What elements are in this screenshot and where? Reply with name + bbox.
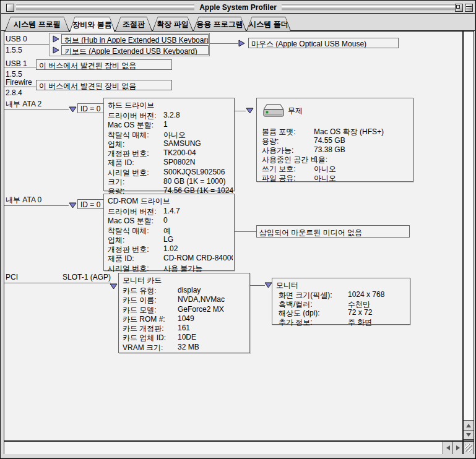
scroll-right-button[interactable] (452, 442, 462, 454)
info-row: Mac OS 분할:1 (108, 120, 233, 129)
monitor-card-panel: 모니터 카드 카드 유형:display 카드 이름:NVDA,NVMac 카드… (118, 273, 250, 353)
ata2-id-box: ID = 0 (77, 103, 105, 113)
info-row: 사용가능:73.38 GB (262, 145, 412, 155)
tab-applications[interactable]: 응용 프로그램 (193, 17, 246, 31)
info-row: 화면 크기(픽셀):1024 x 768 (279, 290, 409, 299)
bus-label-ata2: 내부 ATA 2 (6, 99, 41, 109)
arrow-up-icon (466, 424, 471, 427)
info-row: VRAM 크기:32 MB (123, 343, 248, 352)
panel-title: 모니터 카드 (123, 275, 162, 286)
info-row: 제품 ID:SP0802N (108, 158, 233, 167)
bus-version-firewire: 2.8.4 (6, 88, 22, 97)
window-title: Apple System Profiler (194, 3, 282, 12)
connector-line (210, 43, 238, 44)
info-row: 드라이버 버전:1.4.7 (108, 207, 233, 216)
horizontal-scrollbar[interactable] (4, 441, 463, 455)
firewire-empty-box: 이 버스에서 발견된 장비 없음 (36, 80, 172, 90)
info-row: 크기:80 GB (1K = 1000) (108, 177, 233, 186)
connector-line (4, 205, 69, 206)
disclosure-right-icon[interactable] (238, 40, 245, 47)
scroll-down-button[interactable] (464, 430, 474, 440)
info-row: 착탈식 매체:아니오 (108, 130, 233, 139)
info-row: 시리얼 번호:S00KJQSL902506 (108, 168, 233, 177)
titlebar-stripes (282, 4, 460, 11)
ata0-id-box: ID = 0 (77, 199, 105, 209)
collapse-icon (466, 6, 472, 9)
bus-version-usb1: 1.5.5 (6, 70, 22, 79)
disclosure-down-icon[interactable] (69, 106, 77, 113)
connector-line (4, 44, 49, 45)
title-bar[interactable]: Apple System Profiler (1, 1, 475, 14)
volume-name[interactable]: 무제 (288, 106, 303, 116)
window-resize-handle[interactable] (463, 441, 474, 455)
connector-line (4, 67, 36, 67)
titlebar-stripes (16, 4, 194, 11)
tab-devices-volumes[interactable]: 장비와 볼륨 (69, 17, 115, 32)
info-row: 착탈식 매체:예 (108, 226, 233, 235)
connector-line (4, 109, 69, 110)
apple-system-profiler-window: Apple System Profiler 시스템 프로필 장비와 볼륨 조절판… (0, 0, 476, 459)
tab-system-profile[interactable]: 시스템 프로필 (5, 17, 69, 31)
vertical-scrollbar[interactable] (463, 31, 474, 441)
info-row: 카드 모델:GeForce2 MX (123, 305, 248, 314)
scroll-left-button[interactable] (443, 442, 452, 454)
arrow-down-icon (466, 433, 471, 437)
bus-label-usb0: USB 0 (6, 35, 27, 43)
info-row: 카드 개정판:161 (123, 324, 248, 333)
device-box-keyboard[interactable]: 키보드 (Apple Extended USB Keyboard) (61, 45, 209, 55)
info-row: 사용중인 공간 비율:1 (262, 155, 412, 164)
info-row: 업체:LG (108, 235, 233, 244)
info-row: 볼륨 포맷:Mac OS 확장 (HFS+) (262, 127, 412, 136)
connector-line (250, 285, 265, 286)
tab-bar: 시스템 프로필 장비와 볼륨 조절판 확장 파일 응용 프로그램 시스템 폴더 (1, 14, 475, 31)
collapse-button[interactable] (465, 4, 473, 12)
info-row: 제품 ID:CD-ROM CRD-8400C (108, 254, 233, 263)
arrow-right-icon (456, 445, 460, 450)
close-button[interactable] (6, 4, 14, 12)
usb0-device-group: 허브 (Hub in Apple Extended USB Keyboard) … (49, 33, 210, 56)
pci-slot-label: SLOT-1 (AGP) (63, 273, 111, 281)
usb1-empty-box: 이 버스에서 발견된 장비 없음 (36, 59, 172, 70)
disclosure-right-icon[interactable] (53, 46, 59, 54)
info-row: Mac OS 분할:0 (108, 216, 233, 225)
hard-disk-icon (262, 103, 285, 119)
info-row: 흑백/컬러:수천만 (279, 299, 409, 309)
connector-line (4, 87, 36, 87)
info-row: 드라이버 버전:3.2.8 (108, 111, 233, 120)
arrow-left-icon (446, 445, 450, 450)
info-row: 카드 ROM #:1049 (123, 314, 248, 324)
info-row: 용량:74.55 GB (262, 136, 412, 145)
info-row: 쓰기 보호:아니오 (262, 164, 412, 173)
resize-grip-icon (465, 444, 472, 452)
info-row: 카드 이름:NVDA,NVMac (123, 295, 248, 304)
info-row: 카드 업체 ID:10DE (123, 333, 248, 342)
panel-title: 하드 드라이브 (108, 100, 154, 111)
bus-label-ata0: 내부 ATA 0 (6, 195, 41, 205)
info-row: 카드 유형:display (123, 286, 248, 295)
scroll-up-button[interactable] (464, 420, 474, 430)
zoom-icon (456, 5, 460, 9)
tab-system-folders[interactable]: 시스템 폴더 (246, 17, 291, 31)
info-row: 개정판 번호:TK200-04 (108, 148, 233, 158)
disclosure-down-icon[interactable] (69, 202, 77, 208)
tab-extensions[interactable]: 확장 파일 (152, 17, 193, 31)
window-frame (1, 454, 475, 458)
device-box-mouse[interactable]: 마우스 (Apple Optical USB Mouse) (248, 38, 399, 48)
zoom-button[interactable] (455, 4, 463, 12)
disclosure-down-icon[interactable] (246, 108, 254, 114)
monitor-panel: 모니터 화면 크기(픽셀):1024 x 768 흑백/컬러:수천만 해상도 (… (272, 278, 410, 325)
volume-panel: 무제 볼륨 포맷:Mac OS 확장 (HFS+) 용량:74.55 GB 사용… (256, 98, 413, 182)
info-row: 파일 공유:아니오 (262, 173, 412, 182)
device-box-hub[interactable]: 허브 (Hub in Apple Extended USB Keyboard) (61, 34, 209, 44)
connector-line (235, 111, 246, 111)
device-tree-view[interactable]: USB 0 1.5.5 허브 (Hub in Apple Extended US… (4, 31, 463, 441)
disclosure-right-icon[interactable] (53, 35, 59, 43)
panel-title: CD-ROM 드라이브 (108, 196, 170, 207)
info-row: 시리얼 번호:사용 불가능 (108, 264, 233, 273)
info-row: 업체:SAMSUNG (108, 139, 233, 148)
info-row: 개정판 번호:1.02 (108, 244, 233, 254)
disclosure-down-icon[interactable] (110, 283, 118, 290)
tab-control-panels[interactable]: 조절판 (115, 17, 152, 31)
info-row: 추가 정보:주 화면 (279, 317, 409, 327)
connector-line (4, 283, 111, 283)
